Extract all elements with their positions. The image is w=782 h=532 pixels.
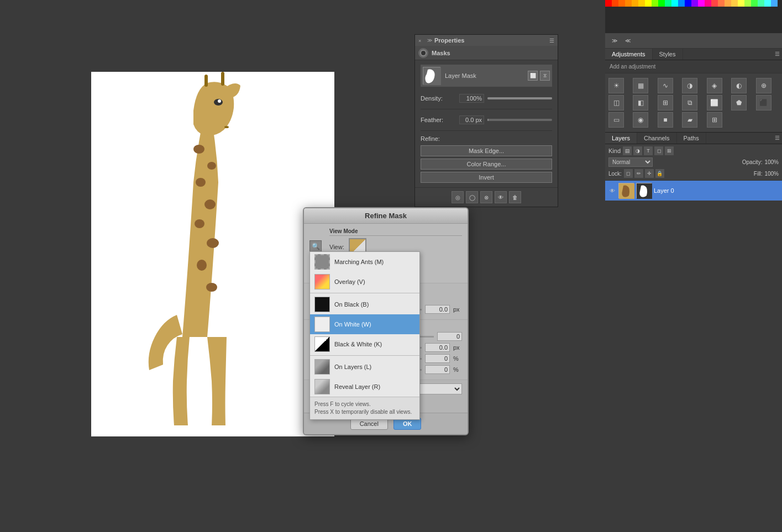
subtract-mask-icon[interactable]: ⊗ [480,191,492,203]
layers-panel-menu[interactable]: ☰ [773,133,782,144]
swatch-blue[interactable] [685,0,691,7]
swatch-light-red[interactable] [711,0,718,7]
swatch-amber[interactable] [632,0,638,7]
eye-mask-icon[interactable]: 👁 [495,191,507,203]
lock-position-icon[interactable]: ✛ [645,169,654,178]
layer-item-0[interactable]: 👁 Layer 0 [605,181,782,201]
panel-close-btn[interactable]: × [418,38,423,43]
bw-adj-icon[interactable]: ◫ [608,95,624,110]
swatch-yellow[interactable] [645,0,652,7]
photo-filter-icon[interactable]: ◧ [633,95,648,110]
density-slider[interactable] [487,97,552,99]
exposure-icon[interactable]: ◑ [682,78,697,93]
invert-adj-icon[interactable]: ⬜ [707,95,722,110]
lock-all-icon[interactable]: 🔒 [655,169,664,178]
density-value[interactable]: 100% [459,94,484,103]
solid-color-icon[interactable]: ■ [658,112,673,128]
mask-edge-btn[interactable]: Mask Edge... [421,145,552,156]
smooth-input[interactable]: 0 [437,332,462,341]
posterize-icon[interactable]: ⬟ [731,95,747,110]
tab-paths[interactable]: Paths [677,133,706,144]
dropdown-item-reveal-layer[interactable]: Reveal Layer (R) [310,377,419,397]
gradient-map-icon[interactable]: ▭ [608,112,624,128]
swatch-violet[interactable] [691,0,698,7]
tab-channels[interactable]: Channels [637,133,676,144]
feather-value[interactable]: 0.0 px [459,115,484,124]
tab-styles[interactable]: Styles [653,49,683,60]
swatch-light-green[interactable] [751,0,758,7]
swatch-light-yellow[interactable] [738,0,744,7]
dropdown-item-bw[interactable]: Black & White (K) [310,334,419,354]
delete-mask-icon[interactable]: 🗑 [509,191,521,203]
panel-expand-btn[interactable]: ≫ [427,38,432,43]
swatch-yellow-green[interactable] [652,0,658,7]
mask-options-icon[interactable]: ⧖ [540,71,550,81]
refine-buttons: Mask Edge... Color Range... Invert [421,145,552,183]
dropdown-item-on-black[interactable]: On Black (B) [310,294,419,314]
feather-slider[interactable] [487,119,552,121]
swatch-gold[interactable] [731,0,738,7]
filter-icon[interactable]: ◎ [452,191,464,203]
swatch-mint[interactable] [758,0,764,7]
dropdown-item-overlay[interactable]: Overlay (V) [310,272,419,292]
contrast-input[interactable]: 0 [425,354,450,363]
layers-kind-label: Kind [608,148,621,154]
levels-icon[interactable]: ▦ [633,78,648,93]
dialog-feather-input[interactable]: 0.0 [425,343,450,352]
curves-icon[interactable]: ∿ [658,78,673,93]
expand-icon[interactable]: ≫ [608,35,621,47]
tab-adjustments[interactable]: Adjustments [605,49,653,60]
threshold-icon[interactable]: ⬛ [756,95,771,110]
kind-shape-icon[interactable]: ◻ [654,146,663,155]
blend-mode-select[interactable]: Normal [608,157,653,167]
lock-transparent-icon[interactable]: ◻ [624,169,633,178]
tab-layers[interactable]: Layers [605,133,637,144]
swatch-light-amber[interactable] [725,0,731,7]
dropdown-item-on-white[interactable]: On White (W) [310,314,419,334]
collapse-icon[interactable]: ≪ [622,35,634,47]
svg-point-6 [193,145,204,154]
add-mask-icon[interactable]: ◯ [466,191,478,203]
swatch-azure[interactable] [678,0,685,7]
zoom-tool-icon[interactable]: 🔍 [309,240,322,252]
swatch-light-orange[interactable] [625,0,632,7]
selective-color-icon[interactable]: ◉ [633,112,648,128]
swatch-spring-green[interactable] [665,0,671,7]
radius-input[interactable]: 0.0 [425,305,450,314]
shift-edge-input[interactable]: 0 [425,365,450,374]
mask-apply-icon[interactable]: ⬜ [528,71,538,81]
layer-visibility-icon[interactable]: 👁 [608,187,616,194]
swatch-cyan[interactable] [671,0,678,7]
swatch-yellow-orange[interactable] [638,0,645,7]
adjustments-panel-menu[interactable]: ☰ [773,49,782,60]
invert-btn[interactable]: Invert [421,172,552,183]
dropdown-item-marching-ants[interactable]: Marching Ants (M) [310,252,419,272]
brightness-contrast-icon[interactable]: ☀ [608,78,624,93]
swatch-magenta[interactable] [698,0,705,7]
swatch-salmon[interactable] [718,0,725,7]
layers-kind-icons: ▤ ◑ T ◻ ⊞ [623,146,674,155]
swatch-green[interactable] [658,0,665,7]
swatch-orange[interactable] [618,0,625,7]
swatch-light-cyan[interactable] [764,0,771,7]
kind-smartobject-icon[interactable]: ⊞ [665,146,674,155]
kind-pixel-icon[interactable]: ▤ [623,146,632,155]
gradient-fill-icon[interactable]: ▰ [682,112,697,128]
color-range-btn[interactable]: Color Range... [421,159,552,170]
vibrance-icon[interactable]: ◈ [707,78,722,93]
swatch-red[interactable] [605,0,612,7]
hue-saturation-icon[interactable]: ◐ [731,78,747,93]
swatch-cornflower[interactable] [771,0,778,7]
channel-mixer-icon[interactable]: ⊞ [658,95,673,110]
swatch-rose[interactable] [705,0,711,7]
kind-adjustment-icon[interactable]: ◑ [633,146,642,155]
color-balance-icon[interactable]: ⊕ [756,78,771,93]
color-lookup-icon[interactable]: ⧉ [682,95,697,110]
swatch-chartreuse[interactable] [744,0,751,7]
panel-menu-btn[interactable]: ☰ [549,38,554,44]
swatch-dark-orange[interactable] [612,0,618,7]
dropdown-item-on-layers[interactable]: On Layers (L) [310,357,419,377]
lock-image-icon[interactable]: ✏ [634,169,643,178]
kind-type-icon[interactable]: T [644,146,653,155]
pattern-fill-icon[interactable]: ⊞ [707,112,722,128]
